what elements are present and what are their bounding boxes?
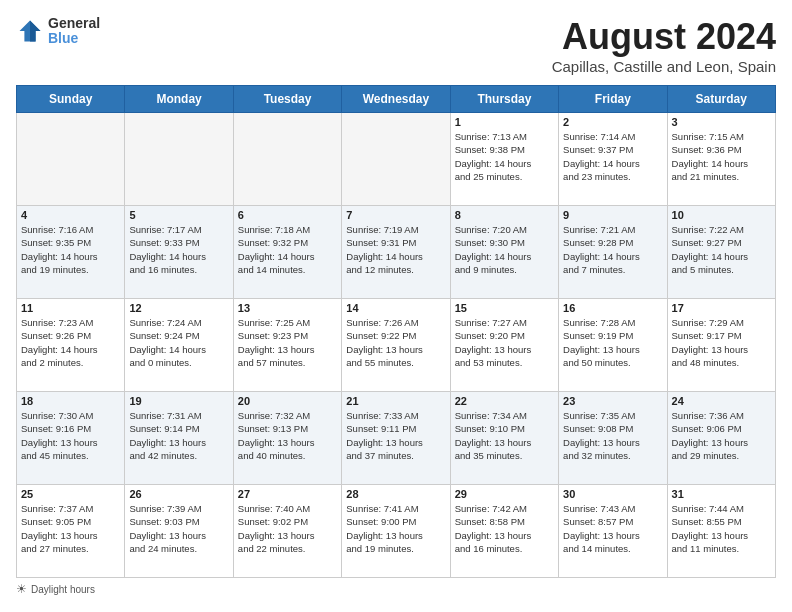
day-info: Sunrise: 7:31 AM Sunset: 9:14 PM Dayligh… [129, 409, 228, 462]
day-info: Sunrise: 7:19 AM Sunset: 9:31 PM Dayligh… [346, 223, 445, 276]
calendar-table: SundayMondayTuesdayWednesdayThursdayFrid… [16, 85, 776, 578]
day-number: 10 [672, 209, 771, 221]
day-info: Sunrise: 7:23 AM Sunset: 9:26 PM Dayligh… [21, 316, 120, 369]
calendar-cell: 5Sunrise: 7:17 AM Sunset: 9:33 PM Daylig… [125, 206, 233, 299]
calendar-cell: 17Sunrise: 7:29 AM Sunset: 9:17 PM Dayli… [667, 299, 775, 392]
day-number: 9 [563, 209, 662, 221]
weekday-header: Friday [559, 86, 667, 113]
day-number: 14 [346, 302, 445, 314]
calendar-title: August 2024 [552, 16, 776, 58]
calendar-cell: 24Sunrise: 7:36 AM Sunset: 9:06 PM Dayli… [667, 392, 775, 485]
calendar-cell: 9Sunrise: 7:21 AM Sunset: 9:28 PM Daylig… [559, 206, 667, 299]
day-number: 27 [238, 488, 337, 500]
day-number: 25 [21, 488, 120, 500]
calendar-cell: 7Sunrise: 7:19 AM Sunset: 9:31 PM Daylig… [342, 206, 450, 299]
svg-marker-1 [30, 21, 41, 42]
day-number: 24 [672, 395, 771, 407]
calendar-cell: 1Sunrise: 7:13 AM Sunset: 9:38 PM Daylig… [450, 113, 558, 206]
calendar-cell [125, 113, 233, 206]
day-info: Sunrise: 7:42 AM Sunset: 8:58 PM Dayligh… [455, 502, 554, 555]
daylight-label: Daylight hours [31, 584, 95, 595]
day-number: 23 [563, 395, 662, 407]
calendar-week-row: 18Sunrise: 7:30 AM Sunset: 9:16 PM Dayli… [17, 392, 776, 485]
day-number: 26 [129, 488, 228, 500]
page: General Blue August 2024 Capillas, Casti… [0, 0, 792, 612]
logo-text: General Blue [48, 16, 100, 47]
calendar-cell: 25Sunrise: 7:37 AM Sunset: 9:05 PM Dayli… [17, 485, 125, 578]
day-info: Sunrise: 7:37 AM Sunset: 9:05 PM Dayligh… [21, 502, 120, 555]
day-number: 19 [129, 395, 228, 407]
day-info: Sunrise: 7:13 AM Sunset: 9:38 PM Dayligh… [455, 130, 554, 183]
calendar-cell: 8Sunrise: 7:20 AM Sunset: 9:30 PM Daylig… [450, 206, 558, 299]
day-number: 5 [129, 209, 228, 221]
day-number: 21 [346, 395, 445, 407]
calendar-cell: 14Sunrise: 7:26 AM Sunset: 9:22 PM Dayli… [342, 299, 450, 392]
calendar-cell: 15Sunrise: 7:27 AM Sunset: 9:20 PM Dayli… [450, 299, 558, 392]
calendar-cell: 6Sunrise: 7:18 AM Sunset: 9:32 PM Daylig… [233, 206, 341, 299]
weekday-header-row: SundayMondayTuesdayWednesdayThursdayFrid… [17, 86, 776, 113]
day-info: Sunrise: 7:40 AM Sunset: 9:02 PM Dayligh… [238, 502, 337, 555]
calendar-cell: 2Sunrise: 7:14 AM Sunset: 9:37 PM Daylig… [559, 113, 667, 206]
day-info: Sunrise: 7:16 AM Sunset: 9:35 PM Dayligh… [21, 223, 120, 276]
calendar-cell: 11Sunrise: 7:23 AM Sunset: 9:26 PM Dayli… [17, 299, 125, 392]
day-info: Sunrise: 7:22 AM Sunset: 9:27 PM Dayligh… [672, 223, 771, 276]
calendar-cell: 28Sunrise: 7:41 AM Sunset: 9:00 PM Dayli… [342, 485, 450, 578]
day-number: 31 [672, 488, 771, 500]
calendar-cell [233, 113, 341, 206]
day-info: Sunrise: 7:18 AM Sunset: 9:32 PM Dayligh… [238, 223, 337, 276]
calendar-cell: 22Sunrise: 7:34 AM Sunset: 9:10 PM Dayli… [450, 392, 558, 485]
logo-icon [16, 17, 44, 45]
calendar-week-row: 11Sunrise: 7:23 AM Sunset: 9:26 PM Dayli… [17, 299, 776, 392]
weekday-header: Monday [125, 86, 233, 113]
logo-line2: Blue [48, 31, 100, 46]
calendar-cell: 19Sunrise: 7:31 AM Sunset: 9:14 PM Dayli… [125, 392, 233, 485]
day-number: 4 [21, 209, 120, 221]
calendar-cell: 31Sunrise: 7:44 AM Sunset: 8:55 PM Dayli… [667, 485, 775, 578]
calendar-cell: 4Sunrise: 7:16 AM Sunset: 9:35 PM Daylig… [17, 206, 125, 299]
day-number: 3 [672, 116, 771, 128]
calendar-week-row: 25Sunrise: 7:37 AM Sunset: 9:05 PM Dayli… [17, 485, 776, 578]
day-info: Sunrise: 7:26 AM Sunset: 9:22 PM Dayligh… [346, 316, 445, 369]
calendar-cell: 20Sunrise: 7:32 AM Sunset: 9:13 PM Dayli… [233, 392, 341, 485]
calendar-cell: 29Sunrise: 7:42 AM Sunset: 8:58 PM Dayli… [450, 485, 558, 578]
day-number: 13 [238, 302, 337, 314]
day-number: 18 [21, 395, 120, 407]
day-info: Sunrise: 7:43 AM Sunset: 8:57 PM Dayligh… [563, 502, 662, 555]
day-info: Sunrise: 7:39 AM Sunset: 9:03 PM Dayligh… [129, 502, 228, 555]
day-number: 12 [129, 302, 228, 314]
footer-note: ☀ Daylight hours [16, 582, 776, 596]
logo-line1: General [48, 16, 100, 31]
day-number: 2 [563, 116, 662, 128]
day-info: Sunrise: 7:36 AM Sunset: 9:06 PM Dayligh… [672, 409, 771, 462]
weekday-header: Thursday [450, 86, 558, 113]
day-number: 1 [455, 116, 554, 128]
day-info: Sunrise: 7:25 AM Sunset: 9:23 PM Dayligh… [238, 316, 337, 369]
day-info: Sunrise: 7:41 AM Sunset: 9:00 PM Dayligh… [346, 502, 445, 555]
weekday-header: Tuesday [233, 86, 341, 113]
day-info: Sunrise: 7:30 AM Sunset: 9:16 PM Dayligh… [21, 409, 120, 462]
day-number: 29 [455, 488, 554, 500]
day-info: Sunrise: 7:20 AM Sunset: 9:30 PM Dayligh… [455, 223, 554, 276]
header: General Blue August 2024 Capillas, Casti… [16, 16, 776, 75]
day-number: 17 [672, 302, 771, 314]
calendar-cell [17, 113, 125, 206]
calendar-cell: 13Sunrise: 7:25 AM Sunset: 9:23 PM Dayli… [233, 299, 341, 392]
day-info: Sunrise: 7:21 AM Sunset: 9:28 PM Dayligh… [563, 223, 662, 276]
calendar-cell: 16Sunrise: 7:28 AM Sunset: 9:19 PM Dayli… [559, 299, 667, 392]
day-number: 20 [238, 395, 337, 407]
sun-icon: ☀ [16, 582, 27, 596]
day-info: Sunrise: 7:28 AM Sunset: 9:19 PM Dayligh… [563, 316, 662, 369]
day-info: Sunrise: 7:35 AM Sunset: 9:08 PM Dayligh… [563, 409, 662, 462]
calendar-cell: 23Sunrise: 7:35 AM Sunset: 9:08 PM Dayli… [559, 392, 667, 485]
calendar-week-row: 1Sunrise: 7:13 AM Sunset: 9:38 PM Daylig… [17, 113, 776, 206]
calendar-cell: 26Sunrise: 7:39 AM Sunset: 9:03 PM Dayli… [125, 485, 233, 578]
day-info: Sunrise: 7:44 AM Sunset: 8:55 PM Dayligh… [672, 502, 771, 555]
calendar-cell: 21Sunrise: 7:33 AM Sunset: 9:11 PM Dayli… [342, 392, 450, 485]
calendar-subtitle: Capillas, Castille and Leon, Spain [552, 58, 776, 75]
calendar-cell: 27Sunrise: 7:40 AM Sunset: 9:02 PM Dayli… [233, 485, 341, 578]
day-info: Sunrise: 7:34 AM Sunset: 9:10 PM Dayligh… [455, 409, 554, 462]
weekday-header: Wednesday [342, 86, 450, 113]
day-number: 30 [563, 488, 662, 500]
day-info: Sunrise: 7:24 AM Sunset: 9:24 PM Dayligh… [129, 316, 228, 369]
weekday-header: Sunday [17, 86, 125, 113]
